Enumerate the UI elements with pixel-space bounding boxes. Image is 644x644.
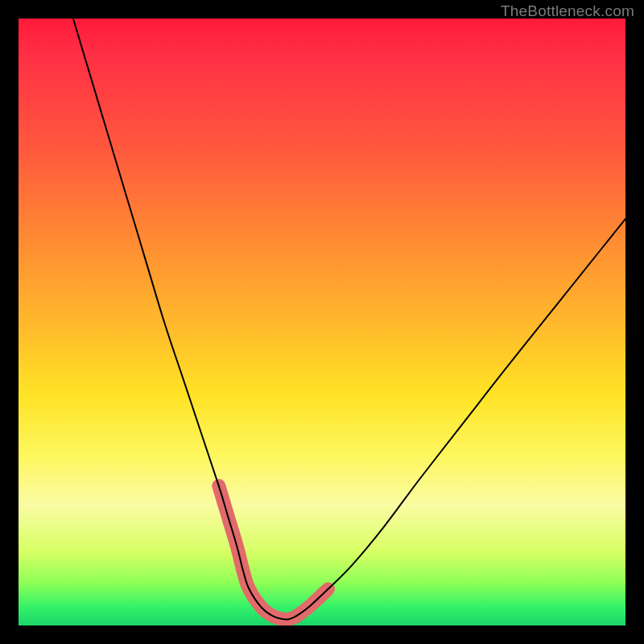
curve-highlight bbox=[219, 486, 328, 620]
curve-layer bbox=[19, 19, 625, 625]
chart-frame: TheBottleneck.com bbox=[0, 0, 644, 644]
bottleneck-curve bbox=[73, 19, 625, 620]
watermark-text: TheBottleneck.com bbox=[501, 2, 634, 20]
plot-area bbox=[19, 19, 625, 625]
